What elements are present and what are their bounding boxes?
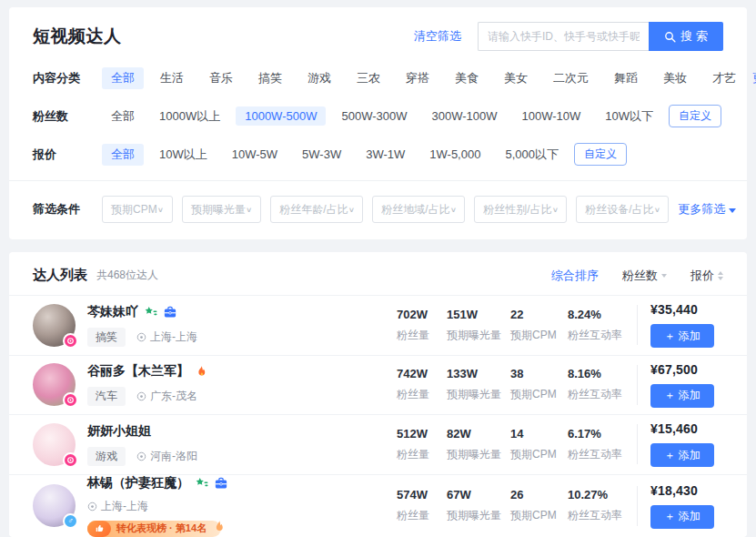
category-option[interactable]: 音乐: [200, 67, 242, 89]
cpm-value: 38: [510, 367, 568, 380]
category-option[interactable]: 游戏: [298, 67, 340, 89]
chevron-down-icon: ∨: [450, 206, 457, 214]
price-value: ¥67,500: [650, 362, 723, 377]
category-tag: 游戏: [87, 447, 126, 466]
fans-option[interactable]: 1000W以上: [150, 106, 229, 127]
creator-name[interactable]: 妍妍小姐姐: [87, 423, 151, 440]
avatar[interactable]: [33, 304, 76, 347]
sort-price[interactable]: 报价: [690, 268, 723, 284]
creator-info: 林锡（护妻狂魔） 上海-上海: [87, 475, 397, 537]
more-filters-link[interactable]: 更多筛选: [678, 201, 736, 218]
filter-row-fans: 粉丝数 全部 1000W以上 1000W-500W 500W-300W 300W…: [33, 105, 723, 127]
sort-fans[interactable]: 粉丝数: [622, 268, 667, 284]
fans-label: 粉丝量: [397, 447, 447, 462]
chevron-down-icon: ∨: [246, 206, 252, 214]
category-option[interactable]: 全部: [102, 67, 144, 89]
creator-stats: 512W粉丝量 82W预期曝光量 14预期CPM 6.17%粉丝互动率: [397, 427, 637, 462]
fan-device-select-label: 粉丝设备/占比: [585, 202, 653, 218]
fan-region-select-label: 粉丝地域/占比: [381, 202, 449, 218]
divider: [637, 486, 638, 526]
price-option[interactable]: 10W-5W: [223, 145, 287, 164]
creator-name[interactable]: 芩妹妹吖: [87, 304, 138, 320]
category-option[interactable]: 舞蹈: [605, 67, 647, 89]
creator-name[interactable]: 谷丽多【木兰军】: [87, 363, 189, 380]
category-option[interactable]: 美女: [495, 67, 537, 89]
fan-gender-select[interactable]: 粉丝性别/占比∨: [474, 196, 567, 223]
sort-price-label: 报价: [690, 268, 714, 284]
category-options: 全部 生活 音乐 搞笑 游戏 三农 穿搭 美食 美女 二次元 舞蹈 美妆 才艺: [102, 67, 752, 89]
fans-option[interactable]: 10W以下: [596, 106, 662, 127]
search-button[interactable]: 搜 索: [649, 22, 723, 51]
price-option[interactable]: 3W-1W: [357, 145, 414, 164]
list-count: 共468位达人: [96, 268, 158, 283]
business-briefcase-icon: [164, 306, 176, 319]
cpm-select[interactable]: 预期CPM∨: [102, 196, 173, 223]
exposure-select[interactable]: 预期曝光量∨: [182, 196, 261, 223]
price-value: ¥35,440: [650, 302, 723, 317]
sort-composite[interactable]: 综合排序: [551, 268, 599, 284]
fans-custom-button[interactable]: 自定义: [669, 105, 721, 127]
fans-option[interactable]: 300W-100W: [422, 106, 506, 126]
exposure-label: 预期曝光量: [447, 387, 510, 402]
category-option[interactable]: 穿搭: [397, 67, 438, 89]
price-option[interactable]: 1W-5,000: [420, 145, 489, 164]
price-option[interactable]: 5W-3W: [293, 145, 350, 164]
fan-age-select-label: 粉丝年龄/占比: [279, 202, 348, 218]
location-pin-icon: [136, 451, 146, 461]
verified-star-icon: [196, 477, 208, 490]
engagement-value: 6.17%: [568, 427, 637, 441]
creator-stats: 574W粉丝量 67W预期曝光量 26预期CPM 10.27%粉丝互动率: [397, 488, 637, 523]
add-button[interactable]: ＋ 添加: [650, 443, 714, 467]
price-options: 全部 10W以上 10W-5W 5W-3W 3W-1W 1W-5,000 5,0…: [102, 143, 627, 166]
add-button[interactable]: ＋ 添加: [650, 324, 714, 348]
more-categories-link[interactable]: 更多分类: [752, 70, 756, 86]
page-header: 短视频达人 清空筛选 搜 索: [33, 22, 723, 51]
filter-row-conditions: 筛选条件 预期CPM∨ 预期曝光量∨ 粉丝年龄/占比∨ 粉丝地域/占比∨ 粉丝性…: [33, 196, 723, 223]
category-option[interactable]: 美妆: [654, 67, 696, 89]
category-option[interactable]: 美食: [446, 67, 488, 89]
category-option[interactable]: 生活: [151, 67, 193, 89]
engagement-label: 粉丝互动率: [568, 508, 637, 523]
exposure-select-label: 预期曝光量: [191, 202, 246, 218]
engagement-label: 粉丝互动率: [568, 387, 637, 402]
exposure-value: 67W: [447, 488, 510, 502]
cpm-value: 14: [510, 427, 568, 441]
category-option[interactable]: 二次元: [544, 67, 598, 89]
exposure-value: 151W: [447, 308, 510, 321]
category-option[interactable]: 三农: [348, 67, 389, 89]
price-custom-button[interactable]: 自定义: [574, 143, 627, 166]
clear-filters-link[interactable]: 清空筛选: [414, 28, 461, 45]
fans-option[interactable]: 1000W-500W: [236, 106, 326, 126]
avatar[interactable]: ♂: [33, 484, 76, 527]
price-option[interactable]: 10W以上: [150, 144, 217, 166]
fans-label: 粉丝量: [397, 387, 447, 402]
fans-option[interactable]: 全部: [102, 106, 144, 127]
cpm-value: 26: [510, 488, 568, 502]
creator-name[interactable]: 林锡（护妻狂魔）: [87, 475, 189, 491]
add-button[interactable]: ＋ 添加: [650, 505, 714, 529]
fan-region-select[interactable]: 粉丝地域/占比∨: [372, 196, 465, 223]
category-option[interactable]: 才艺: [703, 67, 745, 89]
avatar[interactable]: [33, 363, 76, 406]
more-filters-label: 更多筛选: [678, 201, 725, 218]
more-categories-label: 更多分类: [752, 70, 756, 86]
fans-value: 512W: [397, 427, 447, 441]
creator-info: 妍妍小姐姐 游戏 河南-洛阳: [87, 423, 397, 466]
add-button[interactable]: ＋ 添加: [650, 384, 714, 408]
avatar[interactable]: [33, 423, 76, 466]
fans-option[interactable]: 100W-10W: [512, 106, 590, 126]
sort-both-icon: [718, 271, 723, 280]
category-tag: 搞笑: [87, 328, 126, 347]
search-input[interactable]: [478, 22, 649, 51]
price-filter-label: 报价: [33, 147, 102, 163]
fan-age-select[interactable]: 粉丝年龄/占比∨: [270, 196, 363, 223]
cpm-label: 预期CPM: [510, 508, 568, 523]
price-option[interactable]: 5,000以下: [496, 144, 568, 166]
fans-option[interactable]: 500W-300W: [332, 106, 416, 126]
fan-gender-select-label: 粉丝性别/占比: [483, 202, 551, 218]
price-option[interactable]: 全部: [102, 144, 144, 166]
category-option[interactable]: 搞笑: [249, 67, 291, 89]
flame-icon: [214, 520, 225, 537]
thumbs-up-icon: [87, 521, 111, 537]
fan-device-select[interactable]: 粉丝设备/占比∨: [576, 196, 669, 223]
